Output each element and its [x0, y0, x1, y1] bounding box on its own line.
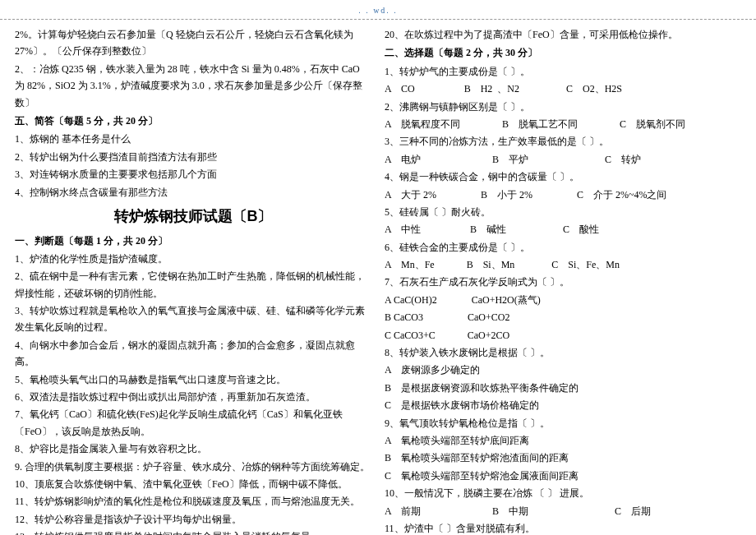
q10-opts: A 前期 B 中期 C 后期: [385, 503, 741, 519]
section-1-heading: 一、判断题〔每题 1 分，共 20 分〕: [15, 233, 371, 249]
s1-item-5: 5、氧枪喷头氧气出口的马赫数是指氧气出口速度与音速之比。: [15, 371, 371, 388]
q3: 3、三种不同的冶炼方法，生产效率最低的是〔 〕。: [385, 133, 741, 150]
s5-item-2: 2、转炉出钢为什么要挡渣目前挡渣方法有那些: [15, 149, 371, 165]
q3-opts: A 电炉 B 平炉 C 转炉: [385, 151, 741, 168]
s1-item-4: 4、向钢水中参加合金后，钢水的凝固点就升高；参加的合金愈多，凝固点就愈高。: [15, 337, 371, 371]
q8-opt-b: B 是根据废钢资源和吹炼热平衡条件确定的: [385, 380, 741, 396]
q8-opt-a: A 废钢源多少确定的: [385, 362, 741, 378]
q6-opts: A Mn、Fe B Si、Mn C Si、Fe、Mn: [385, 256, 741, 273]
s1-item-2: 2、硫在钢中是一种有害元素，它使钢在热加工时产生热脆，降低钢的机械性能，焊接性能…: [15, 268, 371, 302]
q8-opt-c: C 是根据铁水废钢市场价格确定的: [385, 397, 741, 413]
left-pre-1: 2、：冶炼 Q235 钢，铁水装入量为 28 吨，铁水中含 Si 量为 0.48…: [15, 61, 371, 111]
s1-item-1: 1、炉渣的化学性质是指炉渣碱度。: [15, 251, 371, 267]
q7-opt-a: A CaC(OH)2 CaO+H2O(蒸气): [385, 292, 741, 308]
s1-item-11: 11、转炉炼钢影响炉渣的氧化性是枪位和脱碳速度及氧压，而与熔池温度无关。: [15, 493, 371, 510]
q1: 1、转炉炉气的主要成份是〔 〕。: [385, 63, 741, 80]
s1-item-10: 10、顶底复合吹炼使钢中氧、渣中氧化亚铁〔FeO〕降低，而钢中碳不降低。: [15, 476, 371, 492]
q9-opt-b: B 氧枪喷头端部至转炉熔池渣面间的距离: [385, 450, 741, 466]
q5-opts: A 中性 B 碱性 C 酸性: [385, 221, 741, 238]
q7-opt-b: B CaCO3 CaO+CO2: [385, 309, 741, 325]
left-column: 2%。计算每炉轻烧白云石参加量〔Q 轻烧白云石公斤，轻烧白云石含氧化镁为 27%…: [15, 26, 371, 535]
q9: 9、氧气顶吹转炉氧枪枪位是指〔 〕。: [385, 415, 741, 431]
s5-item-4: 4、控制钢水终点含碳量有那些方法: [15, 184, 371, 201]
s1-item-6: 6、双渣法是指吹炼过程中倒出或扒出局部炉渣，再重新加石灰造渣。: [15, 389, 371, 405]
q8: 8、转炉装入铁水废钢比是根据〔 〕。: [385, 344, 741, 361]
s1-item-8: 8、炉容比是指金属装入量与有效容积之比。: [15, 440, 371, 457]
section-2-heading: 二、选择题〔每题 2 分，共 30 分〕: [385, 44, 741, 61]
page-columns: 2%。计算每炉轻烧白云石参加量〔Q 轻烧白云石公斤，轻烧白云石含氧化镁为 27%…: [0, 20, 756, 535]
q4: 4、钢是一种铁碳合金，钢中的含碳量〔 〕。: [385, 168, 741, 185]
q7: 7、石灰石生产成石灰化学反响式为〔 〕。: [385, 274, 741, 290]
q11: 11、炉渣中〔 〕含量对脱硫有利。: [385, 520, 741, 535]
s1-item-3: 3、转炉吹炼过程就是氧枪吹入的氧气直接与金属液中碳、硅、锰和磷等化学元素发生氧化…: [15, 302, 371, 336]
q7-opt-c: C CaCO3+C CaO+2CO: [385, 327, 741, 344]
q9-opt-c: C 氧枪喷头端部至转炉熔池金属液面间距离: [385, 468, 741, 484]
right-column: 20、在吹炼过程中为了提高渣中〔FeO〕含量，可采用低枪位操作。 二、选择题〔每…: [385, 26, 741, 535]
q10: 10、一般情况下，脱磷主要在冶炼 〔 〕 进展。: [385, 485, 741, 501]
q9-opt-a: A 氧枪喷头端部至转炉底间距离: [385, 432, 741, 449]
left-pre-0: 2%。计算每炉轻烧白云石参加量〔Q 轻烧白云石公斤，轻烧白云石含氧化镁为 27%…: [15, 26, 371, 60]
q5: 5、硅砖属〔 〕耐火砖。: [385, 204, 741, 220]
s1-item-7: 7、氧化钙〔CaO〕和硫化铁(FeS)起化学反响生成硫化钙〔CaS〕和氧化亚铁〔…: [15, 406, 371, 440]
q6: 6、硅铁合金的主要成份是〔 〕。: [385, 239, 741, 256]
q2-opts: A 脱氧程度不同 B 脱氧工艺不同 C 脱氧剂不同: [385, 116, 741, 132]
right-pre-0: 20、在吹炼过程中为了提高渣中〔FeO〕含量，可采用低枪位操作。: [385, 26, 741, 43]
s1-item-12: 12、转炉公称容量是指该炉子设计平均每炉出钢量。: [15, 511, 371, 528]
s5-item-3: 3、对连铸钢水质量的主要要求包括那几个方面: [15, 166, 371, 182]
exam-title-b: 转炉炼钢技师试题〔B〕: [15, 204, 371, 229]
header-url: . . wd. .: [0, 0, 756, 20]
s5-item-1: 1、炼钢的 基本任务是什么: [15, 131, 371, 147]
s1-item-13: 13、转炉炼钢供氧强度是指单位时间内每吨金属装入量消耗的氧气量。: [15, 528, 371, 535]
q4-opts: A 大于 2% B 小于 2% C 介于 2%~4%之间: [385, 187, 741, 203]
s1-item-9: 9. 合理的供氧制度主要根据：炉子容量、铁水成分、冶炼的钢种等方面统筹确定。: [15, 459, 371, 475]
q1-opts: A CO B H2 、N2 C O2、H2S: [385, 81, 741, 97]
q2: 2、沸腾钢与镇静钢区别是〔 〕。: [385, 99, 741, 115]
section-5-heading: 五、简答〔每题 5 分，共 20 分〕: [15, 113, 371, 129]
